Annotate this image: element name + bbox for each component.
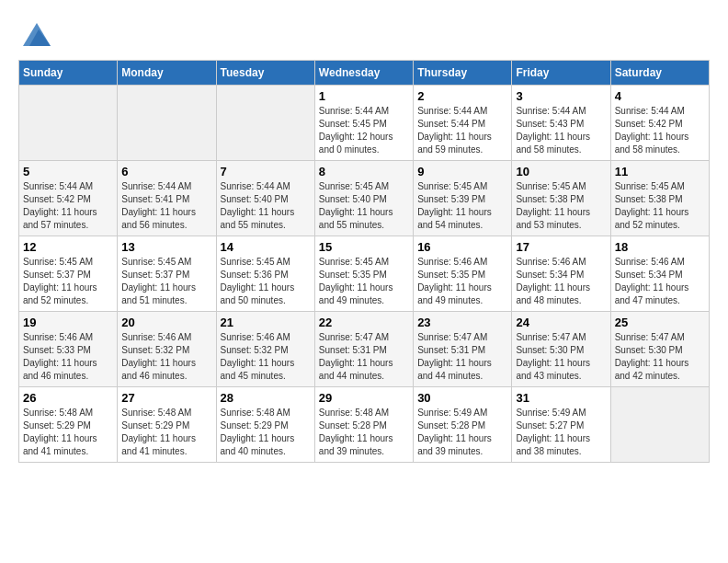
day-info: Sunrise: 5:46 AMSunset: 5:33 PMDaylight:… bbox=[23, 331, 113, 383]
calendar-cell bbox=[216, 86, 314, 161]
day-info: Sunrise: 5:46 AMSunset: 5:34 PMDaylight:… bbox=[516, 256, 606, 307]
page-header bbox=[18, 18, 710, 51]
day-number: 9 bbox=[417, 165, 507, 178]
day-info: Sunrise: 5:48 AMSunset: 5:29 PMDaylight:… bbox=[221, 407, 311, 458]
calendar-week-row: 12Sunrise: 5:45 AMSunset: 5:37 PMDayligh… bbox=[19, 236, 710, 312]
calendar-cell: 19Sunrise: 5:46 AMSunset: 5:33 PMDayligh… bbox=[19, 312, 118, 387]
calendar-cell: 25Sunrise: 5:47 AMSunset: 5:30 PMDayligh… bbox=[610, 312, 709, 387]
calendar-cell: 26Sunrise: 5:48 AMSunset: 5:29 PMDayligh… bbox=[19, 387, 118, 463]
day-info: Sunrise: 5:45 AMSunset: 5:38 PMDaylight:… bbox=[516, 180, 606, 232]
day-number: 28 bbox=[221, 391, 311, 405]
calendar-week-row: 5Sunrise: 5:44 AMSunset: 5:42 PMDaylight… bbox=[19, 161, 710, 236]
calendar-cell: 30Sunrise: 5:49 AMSunset: 5:28 PMDayligh… bbox=[414, 387, 512, 463]
day-number: 17 bbox=[516, 240, 606, 254]
calendar-cell: 2Sunrise: 5:44 AMSunset: 5:44 PMDaylight… bbox=[414, 86, 512, 161]
day-info: Sunrise: 5:45 AMSunset: 5:37 PMDaylight:… bbox=[23, 256, 113, 307]
day-number: 13 bbox=[121, 240, 211, 254]
day-info: Sunrise: 5:46 AMSunset: 5:34 PMDaylight:… bbox=[615, 256, 705, 307]
day-number: 1 bbox=[319, 89, 409, 103]
day-info: Sunrise: 5:47 AMSunset: 5:31 PMDaylight:… bbox=[319, 331, 409, 383]
calendar-cell: 5Sunrise: 5:44 AMSunset: 5:42 PMDaylight… bbox=[19, 161, 118, 236]
day-number: 3 bbox=[516, 89, 606, 103]
day-info: Sunrise: 5:45 AMSunset: 5:40 PMDaylight:… bbox=[319, 180, 409, 232]
day-info: Sunrise: 5:47 AMSunset: 5:30 PMDaylight:… bbox=[516, 331, 606, 383]
day-info: Sunrise: 5:45 AMSunset: 5:37 PMDaylight:… bbox=[121, 256, 211, 307]
calendar-table: SundayMondayTuesdayWednesdayThursdayFrid… bbox=[18, 60, 710, 463]
day-number: 26 bbox=[23, 391, 113, 405]
day-info: Sunrise: 5:45 AMSunset: 5:35 PMDaylight:… bbox=[319, 256, 409, 307]
day-number: 6 bbox=[121, 165, 211, 178]
calendar-cell: 23Sunrise: 5:47 AMSunset: 5:31 PMDayligh… bbox=[414, 312, 512, 387]
day-number: 21 bbox=[221, 316, 311, 329]
day-info: Sunrise: 5:44 AMSunset: 5:40 PMDaylight:… bbox=[221, 180, 311, 232]
calendar-cell: 21Sunrise: 5:46 AMSunset: 5:32 PMDayligh… bbox=[216, 312, 314, 387]
calendar-cell: 24Sunrise: 5:47 AMSunset: 5:30 PMDayligh… bbox=[512, 312, 610, 387]
day-info: Sunrise: 5:48 AMSunset: 5:29 PMDaylight:… bbox=[23, 407, 113, 458]
calendar-cell: 29Sunrise: 5:48 AMSunset: 5:28 PMDayligh… bbox=[314, 387, 413, 463]
day-number: 16 bbox=[417, 240, 507, 254]
calendar-cell: 18Sunrise: 5:46 AMSunset: 5:34 PMDayligh… bbox=[610, 236, 709, 312]
weekday-header: Friday bbox=[512, 61, 610, 86]
day-number: 8 bbox=[319, 165, 409, 178]
day-info: Sunrise: 5:46 AMSunset: 5:32 PMDaylight:… bbox=[121, 331, 211, 383]
day-info: Sunrise: 5:44 AMSunset: 5:41 PMDaylight:… bbox=[121, 180, 211, 232]
calendar-week-row: 26Sunrise: 5:48 AMSunset: 5:29 PMDayligh… bbox=[19, 387, 710, 463]
calendar-cell: 14Sunrise: 5:45 AMSunset: 5:36 PMDayligh… bbox=[216, 236, 314, 312]
calendar-cell: 12Sunrise: 5:45 AMSunset: 5:37 PMDayligh… bbox=[19, 236, 118, 312]
calendar-cell: 4Sunrise: 5:44 AMSunset: 5:42 PMDaylight… bbox=[610, 86, 709, 161]
day-info: Sunrise: 5:45 AMSunset: 5:39 PMDaylight:… bbox=[417, 180, 507, 232]
calendar-cell: 7Sunrise: 5:44 AMSunset: 5:40 PMDaylight… bbox=[216, 161, 314, 236]
day-number: 31 bbox=[516, 391, 606, 405]
weekday-header: Tuesday bbox=[216, 61, 314, 86]
weekday-header: Sunday bbox=[19, 61, 118, 86]
day-number: 12 bbox=[23, 240, 113, 254]
day-number: 24 bbox=[516, 316, 606, 329]
calendar-cell: 1Sunrise: 5:44 AMSunset: 5:45 PMDaylight… bbox=[314, 86, 413, 161]
calendar-week-row: 19Sunrise: 5:46 AMSunset: 5:33 PMDayligh… bbox=[19, 312, 710, 387]
calendar-cell: 31Sunrise: 5:49 AMSunset: 5:27 PMDayligh… bbox=[512, 387, 610, 463]
day-number: 30 bbox=[417, 391, 507, 405]
day-info: Sunrise: 5:48 AMSunset: 5:29 PMDaylight:… bbox=[121, 407, 211, 458]
calendar-cell: 22Sunrise: 5:47 AMSunset: 5:31 PMDayligh… bbox=[314, 312, 413, 387]
day-info: Sunrise: 5:48 AMSunset: 5:28 PMDaylight:… bbox=[319, 407, 409, 458]
calendar-cell: 15Sunrise: 5:45 AMSunset: 5:35 PMDayligh… bbox=[314, 236, 413, 312]
calendar-cell: 10Sunrise: 5:45 AMSunset: 5:38 PMDayligh… bbox=[512, 161, 610, 236]
calendar-cell: 20Sunrise: 5:46 AMSunset: 5:32 PMDayligh… bbox=[118, 312, 216, 387]
calendar-cell: 28Sunrise: 5:48 AMSunset: 5:29 PMDayligh… bbox=[216, 387, 314, 463]
calendar-cell: 11Sunrise: 5:45 AMSunset: 5:38 PMDayligh… bbox=[610, 161, 709, 236]
calendar-cell bbox=[118, 86, 216, 161]
day-number: 23 bbox=[417, 316, 507, 329]
day-number: 20 bbox=[121, 316, 211, 329]
day-info: Sunrise: 5:44 AMSunset: 5:43 PMDaylight:… bbox=[516, 105, 606, 156]
day-number: 5 bbox=[23, 165, 113, 178]
day-number: 19 bbox=[23, 316, 113, 329]
weekday-header-row: SundayMondayTuesdayWednesdayThursdayFrid… bbox=[19, 61, 710, 86]
day-number: 22 bbox=[319, 316, 409, 329]
calendar-cell bbox=[19, 86, 118, 161]
day-number: 4 bbox=[615, 89, 705, 103]
logo bbox=[18, 18, 61, 51]
day-number: 25 bbox=[615, 316, 705, 329]
day-info: Sunrise: 5:49 AMSunset: 5:27 PMDaylight:… bbox=[516, 407, 606, 458]
day-info: Sunrise: 5:44 AMSunset: 5:44 PMDaylight:… bbox=[417, 105, 507, 156]
weekday-header: Thursday bbox=[414, 61, 512, 86]
calendar-week-row: 1Sunrise: 5:44 AMSunset: 5:45 PMDaylight… bbox=[19, 86, 710, 161]
calendar-cell: 8Sunrise: 5:45 AMSunset: 5:40 PMDaylight… bbox=[314, 161, 413, 236]
day-number: 18 bbox=[615, 240, 705, 254]
calendar-cell: 13Sunrise: 5:45 AMSunset: 5:37 PMDayligh… bbox=[118, 236, 216, 312]
day-info: Sunrise: 5:44 AMSunset: 5:42 PMDaylight:… bbox=[23, 180, 113, 232]
calendar-cell: 27Sunrise: 5:48 AMSunset: 5:29 PMDayligh… bbox=[118, 387, 216, 463]
calendar-cell bbox=[610, 387, 709, 463]
calendar-cell: 17Sunrise: 5:46 AMSunset: 5:34 PMDayligh… bbox=[512, 236, 610, 312]
day-info: Sunrise: 5:46 AMSunset: 5:35 PMDaylight:… bbox=[417, 256, 507, 307]
weekday-header: Wednesday bbox=[314, 61, 413, 86]
day-info: Sunrise: 5:47 AMSunset: 5:30 PMDaylight:… bbox=[615, 331, 705, 383]
day-info: Sunrise: 5:46 AMSunset: 5:32 PMDaylight:… bbox=[221, 331, 311, 383]
day-number: 14 bbox=[221, 240, 311, 254]
day-info: Sunrise: 5:49 AMSunset: 5:28 PMDaylight:… bbox=[417, 407, 507, 458]
day-number: 2 bbox=[417, 89, 507, 103]
calendar-cell: 9Sunrise: 5:45 AMSunset: 5:39 PMDaylight… bbox=[414, 161, 512, 236]
day-number: 29 bbox=[319, 391, 409, 405]
day-number: 15 bbox=[319, 240, 409, 254]
logo-icon bbox=[18, 18, 55, 51]
